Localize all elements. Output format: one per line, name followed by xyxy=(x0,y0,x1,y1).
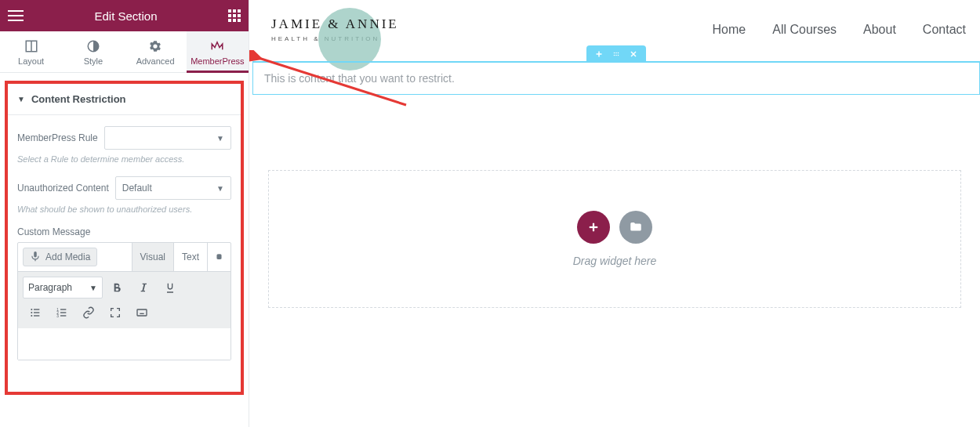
add-media-button[interactable]: Add Media xyxy=(23,248,97,266)
tab-memberpress-label: MemberPress xyxy=(191,56,244,66)
add-widget-button[interactable] xyxy=(577,211,610,244)
section-title: Content Restriction xyxy=(31,93,126,105)
svg-point-5 xyxy=(31,315,32,317)
style-icon xyxy=(86,39,100,53)
nav-courses[interactable]: All Courses xyxy=(772,23,837,37)
svg-point-26 xyxy=(614,54,615,56)
svg-rect-12 xyxy=(60,309,66,309)
edit-section-button[interactable] xyxy=(612,49,621,59)
editor-tab-visual[interactable]: Visual xyxy=(132,243,173,271)
unauth-select[interactable]: Default ▼ xyxy=(115,176,231,200)
link-button[interactable] xyxy=(76,302,101,324)
format-select[interactable]: Paragraph ▼ xyxy=(23,277,103,299)
rule-help: Select a Rule to determine member access… xyxy=(17,154,231,164)
svg-rect-7 xyxy=(34,312,39,313)
layout-icon xyxy=(24,39,38,53)
underline-button[interactable] xyxy=(158,277,183,299)
section-handle xyxy=(586,45,646,63)
svg-rect-14 xyxy=(60,315,66,316)
folder-icon xyxy=(629,220,643,234)
wysiwyg-toolbar: Paragraph ▼ 123 xyxy=(18,272,230,328)
svg-point-28 xyxy=(618,54,619,56)
section-content-restriction[interactable]: ▼ Content Restriction xyxy=(8,84,241,115)
wysiwyg-editor: Add Media Visual Text Paragraph xyxy=(17,242,231,360)
tab-layout[interactable]: Layout xyxy=(0,31,62,72)
keyboard-button[interactable] xyxy=(129,302,154,324)
editor-tab-tools[interactable] xyxy=(207,243,230,271)
database-icon xyxy=(216,252,223,262)
editor-tab-visual-label: Visual xyxy=(140,251,165,262)
plus-icon xyxy=(594,49,604,59)
list-ol-icon: 123 xyxy=(56,306,68,319)
add-section-button[interactable] xyxy=(594,49,604,59)
delete-section-button[interactable] xyxy=(629,49,638,59)
drag-icon xyxy=(612,49,621,59)
nav-about[interactable]: About xyxy=(863,23,896,37)
bullet-list-button[interactable] xyxy=(23,302,48,324)
editor-tab-text[interactable]: Text xyxy=(173,243,207,271)
panel-tabs: Layout Style Advanced MemberPress xyxy=(0,31,249,73)
editor-tabs: Visual Text xyxy=(132,243,230,271)
canvas: JAMIE & ANNIE HEALTH & NUTRITION Home Al… xyxy=(249,0,980,427)
chevron-down-icon: ▼ xyxy=(216,184,224,193)
list-ul-icon xyxy=(29,306,42,319)
editor-body[interactable] xyxy=(18,328,230,360)
control-rule: MemberPress Rule ▼ xyxy=(17,126,231,150)
svg-point-25 xyxy=(618,52,619,53)
logo-main: JAMIE & ANNIE xyxy=(271,17,399,32)
svg-rect-15 xyxy=(137,309,147,316)
widgets-grid-icon[interactable] xyxy=(228,9,241,22)
svg-rect-8 xyxy=(34,315,39,316)
menu-icon[interactable] xyxy=(8,10,24,21)
svg-point-23 xyxy=(614,52,615,53)
drop-area[interactable]: Drag widget here xyxy=(268,170,961,308)
panel-title: Edit Section xyxy=(94,9,157,23)
caret-down-icon: ▼ xyxy=(17,95,25,103)
svg-text:3: 3 xyxy=(56,314,59,318)
tab-layout-label: Layout xyxy=(18,56,44,66)
restricted-content-section[interactable]: This is content that you want to restric… xyxy=(252,61,980,95)
underline-icon xyxy=(164,281,176,294)
tab-style[interactable]: Style xyxy=(62,31,124,72)
wysiwyg-top: Add Media Visual Text xyxy=(18,243,230,272)
svg-point-24 xyxy=(615,52,617,53)
drop-text: Drag widget here xyxy=(573,255,657,267)
memberpress-icon xyxy=(210,39,224,53)
svg-rect-13 xyxy=(60,312,66,313)
custom-message-label: Custom Message xyxy=(17,226,231,237)
chevron-down-icon: ▼ xyxy=(89,284,97,292)
gear-icon xyxy=(148,39,162,53)
nav-contact[interactable]: Contact xyxy=(923,23,966,37)
nav-home[interactable]: Home xyxy=(713,23,746,37)
format-value: Paragraph xyxy=(28,282,72,293)
numbered-list-button[interactable]: 123 xyxy=(49,302,74,324)
drop-buttons xyxy=(577,211,652,244)
panel-header: Edit Section xyxy=(0,0,249,31)
rule-select[interactable]: ▼ xyxy=(104,126,231,150)
bold-icon xyxy=(111,281,123,294)
unauth-label: Unauthorized Content xyxy=(17,183,109,194)
template-library-button[interactable] xyxy=(619,211,652,244)
expand-icon xyxy=(109,306,122,319)
plus-icon xyxy=(586,220,601,234)
tab-advanced-label: Advanced xyxy=(136,56,175,66)
unauth-help: What should be shown to unauthorized use… xyxy=(17,204,231,214)
svg-point-27 xyxy=(615,54,617,56)
control-unauthorized: Unauthorized Content Default ▼ xyxy=(17,176,231,200)
editor-tab-text-label: Text xyxy=(182,251,199,262)
svg-rect-6 xyxy=(34,309,39,309)
tab-memberpress[interactable]: MemberPress xyxy=(187,31,249,72)
fullscreen-button[interactable] xyxy=(103,302,128,324)
site-logo[interactable]: JAMIE & ANNIE HEALTH & NUTRITION xyxy=(271,17,399,42)
rule-label: MemberPress Rule xyxy=(17,132,98,143)
svg-point-4 xyxy=(31,312,32,313)
svg-point-3 xyxy=(31,309,32,310)
italic-button[interactable] xyxy=(131,277,156,299)
unauth-value: Default xyxy=(122,183,152,194)
close-icon xyxy=(629,49,638,59)
italic-icon xyxy=(137,281,150,294)
tab-advanced[interactable]: Advanced xyxy=(125,31,187,72)
chevron-down-icon: ▼ xyxy=(216,134,224,143)
media-icon xyxy=(30,251,41,262)
bold-button[interactable] xyxy=(104,277,129,299)
